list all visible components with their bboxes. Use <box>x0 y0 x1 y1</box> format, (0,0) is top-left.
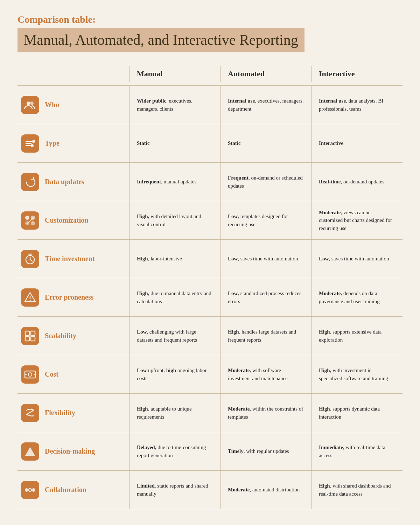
cell-automated-error-proneness: Low, standardized process reduces errors <box>220 278 312 316</box>
icon-decision-making <box>21 442 39 461</box>
header-interactive: Interactive <box>312 66 402 82</box>
label-text-cost: Cost <box>45 370 58 378</box>
label-text-who: Who <box>45 101 59 109</box>
cell-manual-scalability: Low, challenging with large datasets and… <box>130 317 220 355</box>
svg-rect-19 <box>31 331 35 335</box>
svg-point-24 <box>25 374 27 375</box>
label-text-flexibility: Flexibility <box>45 409 75 417</box>
cell-interactive-data-updates: Real-time, on-demand updates <box>312 163 402 201</box>
label-text-scalability: Scalability <box>45 332 76 340</box>
cell-interactive-customization: Moderate, views can be customized but ch… <box>312 201 402 239</box>
label-text-time-investment: Time investment <box>45 255 94 263</box>
cell-automated-time-investment: Low, saves time with automation <box>220 240 312 278</box>
icon-flexibility <box>21 404 39 422</box>
svg-rect-20 <box>25 337 29 341</box>
svg-rect-21 <box>31 337 35 341</box>
row-label-type: Type <box>18 124 130 162</box>
cell-manual-time-investment: High, labor-intensive <box>130 240 220 278</box>
svg-point-7 <box>25 216 29 220</box>
cell-automated-scalability: High, handles large datasets and frequen… <box>220 317 312 355</box>
icon-data-updates <box>21 173 39 191</box>
svg-point-17 <box>30 300 31 301</box>
table-header: Manual Automated Interactive <box>18 66 402 86</box>
icon-type <box>21 134 39 153</box>
svg-line-13 <box>30 260 32 261</box>
cell-manual-customization: High, with detailed layout and visual co… <box>130 201 220 239</box>
cell-automated-type: Static <box>220 124 312 162</box>
table-row-decision-making: Decision-making Delayed, due to time-con… <box>18 432 402 471</box>
cell-manual-error-proneness: High, due to manual data entry and calcu… <box>130 278 220 316</box>
label-text-collaboration: Collaboration <box>45 486 86 494</box>
cell-manual-data-updates: Infrequent, manual updates <box>130 163 220 201</box>
icon-scalability <box>21 327 39 345</box>
svg-point-6 <box>31 144 34 147</box>
table-row-time-investment: Time investment High, labor-intensive Lo… <box>18 240 402 278</box>
cell-automated-cost: Moderate, with software investment and m… <box>220 355 312 393</box>
table-row-type: Type Static Static Interactive <box>18 124 402 163</box>
cell-manual-who: Wider public, executives, managers, clie… <box>130 86 220 124</box>
svg-point-23 <box>28 373 32 376</box>
cell-manual-collaboration: Limited, static reports and shared manua… <box>130 471 220 509</box>
cell-manual-decision-making: Delayed, due to time-consuming report ge… <box>130 432 220 470</box>
row-label-scalability: Scalability <box>18 317 130 355</box>
row-label-error-proneness: Error proneness <box>18 278 130 316</box>
svg-rect-18 <box>25 331 29 335</box>
table-row-who: Who Wider public, executives, managers, … <box>18 86 402 124</box>
label-text-customization: Customization <box>45 216 88 224</box>
svg-point-1 <box>30 102 34 105</box>
cell-manual-flexibility: High, adaptable to unique requirements <box>130 394 220 432</box>
cell-manual-cost: Low upfront, high ongoing labor costs <box>130 355 220 393</box>
table-row-flexibility: Flexibility High, adaptable to unique re… <box>18 394 402 432</box>
cell-interactive-cost: High, with investment in specialized sof… <box>312 355 402 393</box>
label-text-type: Type <box>45 139 59 147</box>
header-label <box>18 66 130 82</box>
icon-who <box>21 96 39 114</box>
cell-interactive-decision-making: Immediate, with real-time data access <box>312 432 402 470</box>
svg-marker-26 <box>25 447 35 456</box>
icon-time-investment <box>21 250 39 268</box>
cell-automated-data-updates: Frequent, on-demand or scheduled updates <box>220 163 312 201</box>
cell-automated-customization: Low, templates designed for recurring us… <box>220 201 312 239</box>
row-label-customization: Customization <box>18 201 130 239</box>
icon-error-proneness <box>21 288 39 307</box>
row-label-cost: Cost <box>18 355 130 393</box>
table-row-customization: Customization High, with detailed layout… <box>18 201 402 240</box>
svg-point-10 <box>31 221 35 225</box>
row-label-time-investment: Time investment <box>18 240 130 278</box>
cell-automated-collaboration: Moderate, automated distribution <box>220 471 312 509</box>
icon-cost <box>21 365 39 384</box>
cell-interactive-time-investment: Low, saves time with automation <box>312 240 402 278</box>
table-row-error-proneness: Error proneness High, due to manual data… <box>18 278 402 317</box>
table-row-collaboration: Collaboration Limited, static reports an… <box>18 471 402 509</box>
svg-point-25 <box>34 374 35 375</box>
cell-interactive-who: Internal use, data analysts, BI professi… <box>312 86 402 124</box>
table-row-cost: Cost Low upfront, high ongoing labor cos… <box>18 355 402 394</box>
icon-collaboration <box>21 481 39 499</box>
cell-interactive-collaboration: High, with shared dashboards and real-ti… <box>312 471 402 509</box>
row-label-collaboration: Collaboration <box>18 471 130 509</box>
comparison-table: Manual Automated Interactive Who Wider p… <box>18 66 402 509</box>
cell-automated-decision-making: Timely, with regular updates <box>220 432 312 470</box>
cell-interactive-type: Interactive <box>312 124 402 162</box>
header-automated: Automated <box>220 66 312 82</box>
page-subtitle: Comparison table: <box>18 14 402 25</box>
svg-point-0 <box>27 102 30 105</box>
cell-manual-type: Static <box>130 124 220 162</box>
cell-interactive-scalability: High, supports extensive data exploratio… <box>312 317 402 355</box>
label-text-decision-making: Decision-making <box>45 447 95 455</box>
header-manual: Manual <box>130 66 220 82</box>
label-text-data-updates: Data updates <box>45 178 84 186</box>
cell-interactive-flexibility: High, supports dynamic data interaction <box>312 394 402 432</box>
row-label-flexibility: Flexibility <box>18 394 130 432</box>
table-row-scalability: Scalability Low, challenging with large … <box>18 317 402 355</box>
row-label-decision-making: Decision-making <box>18 432 130 470</box>
label-text-error-proneness: Error proneness <box>45 293 93 301</box>
page-title: Manual, Automated, and Interactive Repor… <box>18 28 304 52</box>
table-body: Who Wider public, executives, managers, … <box>18 86 402 509</box>
svg-point-5 <box>32 140 35 143</box>
row-label-who: Who <box>18 86 130 124</box>
cell-automated-flexibility: Moderate, within the constraints of temp… <box>220 394 312 432</box>
cell-automated-who: Internal use, executives, managers, depa… <box>220 86 312 124</box>
row-label-data-updates: Data updates <box>18 163 130 201</box>
cell-interactive-error-proneness: Moderate, depends on data governance and… <box>312 278 402 316</box>
